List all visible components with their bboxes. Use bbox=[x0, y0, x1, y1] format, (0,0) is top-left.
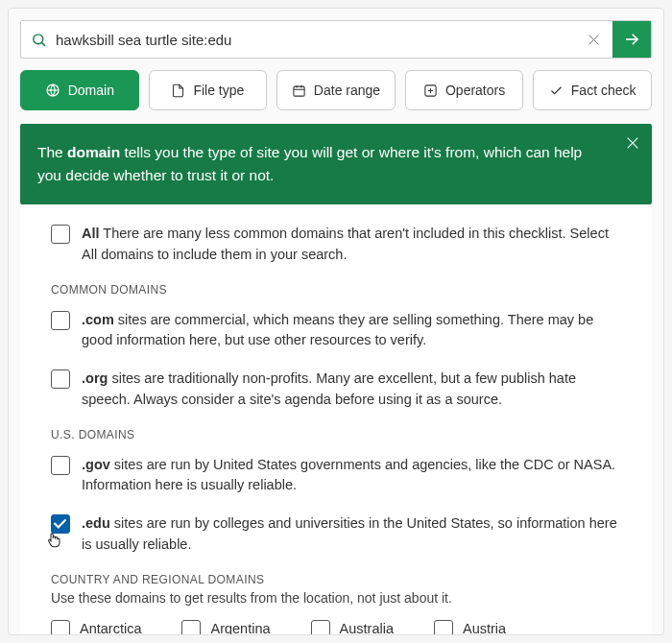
country-label: Australia bbox=[340, 621, 394, 634]
option-all: All There are many less common domains t… bbox=[51, 224, 621, 266]
checkbox-org[interactable] bbox=[51, 369, 70, 389]
filter-domain-button[interactable]: Domain bbox=[20, 70, 139, 110]
search-bar bbox=[20, 20, 652, 59]
option-austria: Austria bbox=[434, 619, 506, 634]
option-label: .com sites are commercial, which means t… bbox=[82, 310, 621, 352]
filter-label: File type bbox=[193, 83, 244, 98]
filter-factcheck-button[interactable]: Fact check bbox=[533, 70, 652, 110]
option-australia: Australia bbox=[311, 619, 394, 634]
domain-options-panel: All There are many less common domains t… bbox=[20, 208, 652, 634]
option-antarctica: Antarctica bbox=[51, 619, 141, 634]
option-label: .gov sites are run by United States gove… bbox=[82, 455, 621, 497]
filter-label: Operators bbox=[445, 83, 505, 98]
section-us-header: U.S. DOMAINS bbox=[51, 428, 621, 441]
checkbox-antarctica[interactable] bbox=[51, 620, 70, 634]
option-label: All There are many less common domains t… bbox=[82, 224, 621, 266]
plus-icon bbox=[423, 83, 438, 98]
country-label: Antarctica bbox=[80, 621, 141, 634]
banner-text: The domain tells you the type of site yo… bbox=[37, 144, 582, 183]
checkbox-austria[interactable] bbox=[434, 620, 453, 634]
option-org: .org sites are traditionally non-profits… bbox=[51, 369, 621, 411]
option-edu: .edu sites are run by colleges and unive… bbox=[51, 513, 621, 556]
filter-label: Date range bbox=[314, 83, 380, 98]
filter-label: Domain bbox=[68, 83, 114, 98]
filter-row: Domain File type Date range Operators Fa… bbox=[20, 70, 652, 110]
checkbox-all[interactable] bbox=[51, 225, 70, 244]
calendar-icon bbox=[292, 83, 306, 98]
filter-label: Fact check bbox=[571, 83, 636, 98]
option-label: .org sites are traditionally non-profits… bbox=[82, 369, 621, 411]
section-country-header: COUNTRY AND REGIONAL DOMAINS bbox=[51, 573, 621, 586]
option-argentina: Argentina bbox=[181, 619, 270, 634]
search-input[interactable] bbox=[56, 32, 574, 48]
search-icon bbox=[21, 32, 56, 48]
submit-button[interactable] bbox=[612, 21, 651, 58]
cursor-pointer-icon bbox=[45, 531, 62, 550]
option-com: .com sites are commercial, which means t… bbox=[51, 310, 621, 352]
section-country-sub: Use these domains to get results from th… bbox=[51, 590, 621, 606]
filter-daterange-button[interactable]: Date range bbox=[276, 70, 396, 110]
svg-rect-7 bbox=[294, 86, 304, 96]
checkbox-australia[interactable] bbox=[311, 620, 330, 634]
filter-operators-button[interactable]: Operators bbox=[405, 70, 524, 110]
country-row: Antarctica Argentina Australia Austria bbox=[51, 619, 621, 634]
checkbox-gov[interactable] bbox=[51, 456, 70, 475]
svg-point-0 bbox=[33, 34, 42, 43]
info-banner: The domain tells you the type of site yo… bbox=[20, 124, 652, 204]
option-label: .edu sites are run by colleges and unive… bbox=[82, 513, 621, 556]
section-common-header: COMMON DOMAINS bbox=[51, 283, 621, 297]
svg-line-1 bbox=[41, 42, 45, 46]
file-icon bbox=[171, 83, 185, 98]
country-label: Argentina bbox=[210, 621, 270, 634]
check-icon bbox=[549, 83, 564, 98]
filter-filetype-button[interactable]: File type bbox=[149, 70, 268, 110]
globe-icon bbox=[45, 83, 60, 98]
country-label: Austria bbox=[463, 621, 506, 634]
checkbox-com[interactable] bbox=[51, 311, 70, 330]
clear-button[interactable] bbox=[574, 21, 612, 58]
close-icon[interactable] bbox=[625, 135, 640, 151]
checkbox-argentina[interactable] bbox=[181, 620, 201, 634]
checkbox-edu[interactable] bbox=[51, 514, 70, 534]
option-gov: .gov sites are run by United States gove… bbox=[51, 455, 621, 497]
